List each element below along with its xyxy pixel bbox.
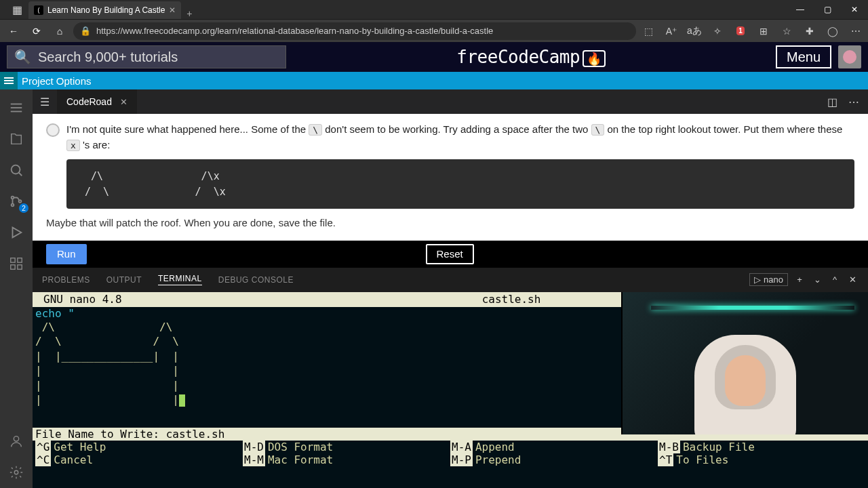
activity-bar: 2 — [0, 89, 33, 488]
run-bar: Run Reset — [33, 241, 868, 268]
account-icon[interactable] — [0, 426, 33, 457]
editor-tab-label: CodeRoad — [66, 96, 112, 107]
code-example: /\ /\x / \ / \x — [66, 159, 854, 209]
ide: 2 ☰ CodeRoad ✕ ◫ ⋯ I'm not quite sure wh… — [0, 89, 868, 488]
step-instruction: I'm not quite sure what happened here...… — [66, 122, 854, 152]
nano-shortcut: M-PPrepend — [450, 453, 658, 466]
fcc-logo[interactable]: freeCodeCamp🔥 — [286, 47, 776, 67]
fire-icon: 🔥 — [583, 50, 606, 67]
tab-close-icon[interactable]: ✕ — [169, 5, 176, 15]
nano-shortcut: M-MMac Format — [243, 453, 450, 466]
url-text: https://www.freecodecamp.org/learn/relat… — [96, 26, 493, 36]
panel-tab-problems[interactable]: PROBLEMS — [42, 275, 90, 285]
extensions-activity-icon[interactable] — [0, 248, 33, 279]
panel-tabs: PROBLEMS OUTPUT TERMINAL DEBUG CONSOLE ▷… — [33, 268, 868, 292]
run-debug-icon[interactable] — [0, 217, 33, 248]
adblock-icon[interactable]: 1 — [732, 23, 749, 39]
editor-more-icon[interactable]: ⋯ — [846, 94, 861, 109]
url-input[interactable]: 🔒 https://www.freecodecamp.org/learn/rel… — [73, 22, 636, 40]
home-button[interactable]: ⌂ — [50, 22, 69, 41]
search-icon: 🔍 — [14, 49, 31, 65]
editor-tabs: ☰ CodeRoad ✕ ◫ ⋯ — [33, 89, 868, 114]
translate-icon[interactable]: aあ — [686, 23, 703, 39]
coderoad-panel: I'm not quite sure what happened here...… — [33, 114, 868, 241]
explorer-icon[interactable] — [0, 123, 33, 155]
user-avatar[interactable] — [838, 45, 861, 68]
new-tab-button[interactable]: + — [181, 8, 197, 19]
profile-icon[interactable]: ◯ — [825, 23, 841, 39]
svg-marker-8 — [13, 228, 22, 238]
code-chip: \ — [591, 124, 605, 136]
more-icon[interactable]: ⋯ — [848, 23, 864, 39]
step-checkbox[interactable] — [46, 123, 60, 137]
svg-rect-9 — [11, 258, 15, 262]
shopping-icon[interactable]: ⬚ — [640, 23, 656, 39]
svg-point-14 — [14, 470, 18, 474]
activity-menu-icon[interactable] — [0, 92, 33, 123]
tab-title: Learn Nano By Building A Castle — [47, 5, 165, 15]
browser-tab[interactable]: ( Learn Nano By Building A Castle ✕ — [28, 1, 181, 19]
back-button[interactable]: ← — [4, 22, 23, 41]
tab-actions-icon[interactable]: ▦ — [5, 0, 28, 19]
nano-shortcut: M-BBackup File — [658, 441, 865, 453]
nano-shortcut: ^GGet Help — [35, 441, 243, 453]
favorite-star-icon[interactable]: ☆ — [778, 23, 795, 39]
terminal-dropdown-icon[interactable]: ⌄ — [811, 274, 823, 285]
new-terminal-icon[interactable]: + — [793, 274, 806, 285]
favicon-icon: ( — [34, 5, 43, 15]
search-activity-icon[interactable] — [0, 155, 33, 186]
svg-rect-11 — [11, 265, 15, 269]
editor-tab-coderoad[interactable]: CodeRoad ✕ — [57, 89, 138, 114]
close-panel-icon[interactable]: ✕ — [846, 274, 859, 285]
editor-main: ☰ CodeRoad ✕ ◫ ⋯ I'm not quite sure what… — [33, 89, 868, 488]
nano-shortcuts: ^GGet HelpM-DDOS FormatM-AAppendM-BBacku… — [33, 441, 868, 466]
source-control-icon[interactable]: 2 — [0, 186, 33, 217]
step-footer: Maybe that will patch the roof. When you… — [46, 216, 854, 231]
reset-button[interactable]: Reset — [426, 244, 474, 264]
svg-point-3 — [12, 165, 20, 174]
scm-badge: 2 — [19, 203, 28, 213]
settings-gear-icon[interactable] — [0, 457, 33, 488]
editor-hamburger-icon[interactable]: ☰ — [33, 89, 57, 114]
svg-point-13 — [14, 436, 18, 441]
project-options-label: Project Options — [22, 75, 92, 87]
svg-rect-12 — [18, 265, 22, 269]
run-button[interactable]: Run — [46, 244, 87, 264]
svg-line-4 — [19, 173, 22, 176]
minimize-button[interactable]: ― — [787, 0, 814, 19]
project-options-bar[interactable]: Project Options — [0, 72, 868, 89]
editor-tab-close-icon[interactable]: ✕ — [120, 97, 127, 107]
panel-tab-debug[interactable]: DEBUG CONSOLE — [218, 275, 294, 285]
tab-well: ▦ ( Learn Nano By Building A Castle ✕ + — [0, 0, 197, 19]
panel-tab-output[interactable]: OUTPUT — [106, 275, 142, 285]
svg-point-6 — [12, 204, 14, 207]
nano-shortcut: M-DDOS Format — [243, 441, 450, 453]
favorites-icon[interactable]: ✧ — [709, 23, 726, 39]
window-controls: ― ▢ ✕ — [787, 0, 868, 19]
nano-version: GNU nano 4.8 — [37, 293, 159, 306]
webcam-overlay — [621, 292, 868, 434]
collections-icon[interactable]: ✚ — [802, 23, 818, 39]
browser-titlebar: ▦ ( Learn Nano By Building A Castle ✕ + … — [0, 0, 868, 19]
refresh-button[interactable]: ⟳ — [27, 22, 46, 41]
search-placeholder: Search 9,000+ tutorials — [38, 49, 178, 65]
address-bar: ← ⟳ ⌂ 🔒 https://www.freecodecamp.org/lea… — [0, 19, 868, 42]
fcc-header: 🔍 Search 9,000+ tutorials freeCodeCamp🔥 … — [0, 42, 868, 72]
text-cursor — [179, 394, 185, 407]
terminal-process-label[interactable]: ▷ nano — [749, 273, 788, 286]
maximize-panel-icon[interactable]: ^ — [829, 274, 841, 285]
panel-tab-terminal[interactable]: TERMINAL — [158, 274, 202, 285]
search-input[interactable]: 🔍 Search 9,000+ tutorials — [7, 45, 286, 68]
extensions-icon[interactable]: ⊞ — [755, 23, 772, 39]
maximize-button[interactable]: ▢ — [814, 0, 841, 19]
project-hamburger-icon[interactable] — [0, 72, 18, 89]
read-aloud-icon[interactable]: A⁺ — [663, 23, 679, 39]
split-editor-icon[interactable]: ◫ — [825, 94, 840, 109]
close-window-button[interactable]: ✕ — [841, 0, 868, 19]
nano-shortcut: ^CCancel — [35, 453, 243, 466]
nano-shortcut: M-AAppend — [450, 441, 658, 453]
lock-icon: 🔒 — [80, 26, 91, 36]
menu-button[interactable]: Menu — [776, 45, 831, 68]
svg-rect-10 — [18, 258, 22, 262]
terminal-area[interactable]: GNU nano 4.8 castle.sh echo " /\ /\ / \ … — [33, 292, 868, 489]
